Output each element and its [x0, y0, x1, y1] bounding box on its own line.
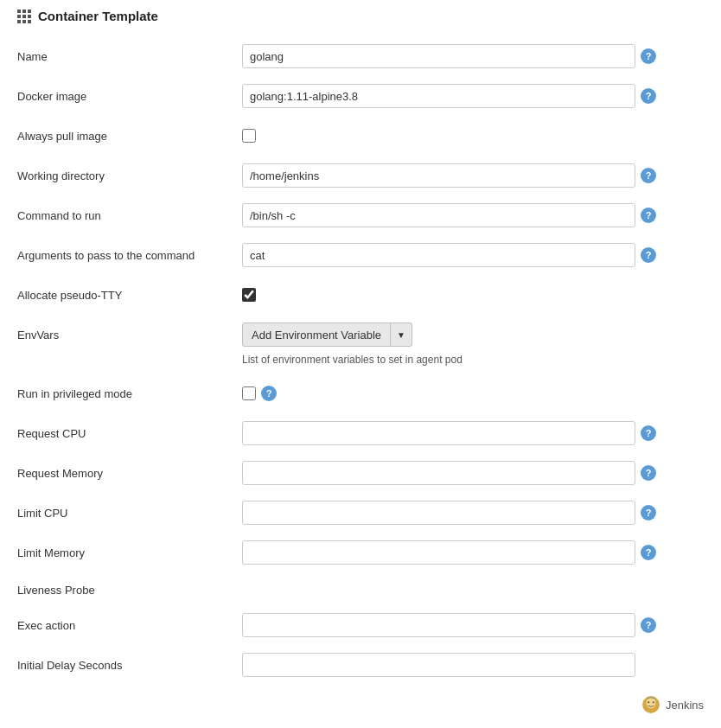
run-privileged-mode-control-wrap: ? [242, 386, 704, 401]
limit-memory-input[interactable] [242, 540, 635, 565]
arguments-help-icon[interactable]: ? [641, 247, 656, 263]
jenkins-label: Jenkins [666, 699, 704, 712]
request-memory-input[interactable] [242, 461, 635, 485]
allocate-pseudo-tty-label: Allocate pseudo-TTY [17, 289, 242, 302]
request-memory-row: Request Memory ? [17, 459, 704, 487]
request-cpu-label: Request CPU [17, 427, 242, 440]
working-directory-control-wrap: ? [242, 163, 704, 188]
working-directory-row: Working directory ? [17, 162, 704, 189]
limit-cpu-label: Limit CPU [17, 507, 242, 520]
always-pull-image-row: Always pull image [17, 122, 704, 150]
section-header: Container Template [17, 9, 704, 27]
docker-image-label: Docker image [17, 90, 242, 103]
envvars-hint: List of environment variables to set in … [242, 354, 704, 366]
command-to-run-row: Command to run ? [17, 201, 704, 229]
name-input[interactable] [242, 44, 635, 68]
run-privileged-mode-row: Run in privileged mode ? [17, 380, 704, 407]
add-environment-variable-button[interactable]: Add Environment Variable ▼ [242, 322, 412, 347]
allocate-pseudo-tty-row: Allocate pseudo-TTY [17, 281, 704, 309]
always-pull-image-control-wrap [242, 129, 704, 143]
allocate-pseudo-tty-checkbox[interactable] [242, 288, 256, 302]
working-directory-label: Working directory [17, 169, 242, 182]
exec-action-control-wrap: ? [242, 613, 704, 637]
docker-image-help-icon[interactable]: ? [641, 88, 656, 104]
exec-action-row: Exec action ? [17, 611, 704, 639]
grid-icon [17, 10, 31, 23]
initial-delay-seconds-input[interactable] [242, 653, 635, 677]
docker-image-input[interactable] [242, 84, 635, 108]
add-env-btn-text: Add Environment Variable [243, 323, 391, 346]
arguments-control-wrap: ? [242, 243, 704, 267]
always-pull-image-checkbox[interactable] [242, 129, 256, 143]
limit-cpu-help-icon[interactable]: ? [641, 505, 656, 520]
working-directory-help-icon[interactable]: ? [641, 168, 656, 183]
svg-point-3 [653, 701, 654, 703]
initial-delay-seconds-label: Initial Delay Seconds [17, 659, 242, 672]
command-to-run-help-icon[interactable]: ? [641, 208, 656, 223]
add-env-btn-dropdown-icon[interactable]: ▼ [391, 323, 412, 346]
jenkins-icon [641, 695, 660, 714]
docker-image-row: Docker image ? [17, 82, 704, 110]
working-directory-input[interactable] [242, 163, 635, 188]
exec-action-label: Exec action [17, 619, 242, 632]
section-title: Container Template [38, 9, 158, 23]
limit-cpu-row: Limit CPU ? [17, 499, 704, 527]
request-cpu-input[interactable] [242, 421, 635, 445]
envvars-control-wrap: Add Environment Variable ▼ [242, 322, 704, 347]
run-privileged-mode-label: Run in privileged mode [17, 387, 242, 400]
name-control-wrap: ? [242, 44, 704, 68]
name-label: Name [17, 50, 242, 63]
liveness-probe-section-row: Liveness Probe [17, 578, 704, 606]
limit-memory-help-icon[interactable]: ? [641, 545, 656, 560]
docker-image-control-wrap: ? [242, 84, 704, 108]
request-memory-control-wrap: ? [242, 461, 704, 485]
request-cpu-help-icon[interactable]: ? [641, 425, 656, 441]
jenkins-logo: Jenkins [641, 695, 704, 714]
arguments-label: Arguments to pass to the command [17, 249, 242, 262]
run-privileged-mode-checkbox[interactable] [242, 386, 256, 400]
command-to-run-input[interactable] [242, 203, 635, 227]
envvars-label: EnvVars [17, 329, 242, 342]
arguments-row: Arguments to pass to the command ? [17, 241, 704, 269]
request-cpu-control-wrap: ? [242, 421, 704, 445]
limit-cpu-control-wrap: ? [242, 501, 704, 525]
request-cpu-row: Request CPU ? [17, 419, 704, 447]
envvars-row: EnvVars Add Environment Variable ▼ List … [17, 321, 704, 374]
svg-point-2 [648, 701, 649, 703]
command-to-run-label: Command to run [17, 209, 242, 222]
name-row: Name ? [17, 42, 704, 70]
limit-memory-row: Limit Memory ? [17, 539, 704, 566]
limit-memory-control-wrap: ? [242, 540, 704, 565]
exec-action-help-icon[interactable]: ? [641, 617, 656, 633]
arguments-input[interactable] [242, 243, 635, 267]
envvars-top: EnvVars Add Environment Variable ▼ [17, 321, 704, 348]
limit-memory-label: Limit Memory [17, 546, 242, 559]
page-container: Container Template Name ? Docker image ?… [0, 0, 721, 728]
request-memory-help-icon[interactable]: ? [641, 465, 656, 481]
name-help-icon[interactable]: ? [641, 48, 656, 64]
request-memory-label: Request Memory [17, 467, 242, 480]
exec-action-input[interactable] [242, 613, 635, 637]
always-pull-image-label: Always pull image [17, 130, 242, 143]
run-privileged-mode-help-icon[interactable]: ? [261, 386, 277, 401]
allocate-pseudo-tty-control-wrap [242, 288, 704, 302]
liveness-probe-section-label: Liveness Probe [17, 584, 95, 597]
initial-delay-seconds-row: Initial Delay Seconds [17, 651, 704, 679]
command-to-run-control-wrap: ? [242, 203, 704, 227]
limit-cpu-input[interactable] [242, 501, 635, 525]
initial-delay-seconds-control-wrap [242, 653, 704, 677]
